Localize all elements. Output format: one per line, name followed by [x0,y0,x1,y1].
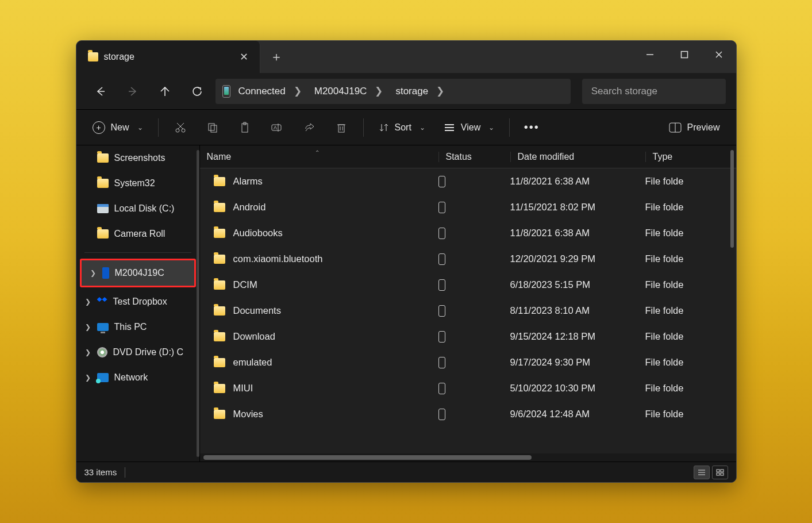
sidebar-item[interactable]: System32 [76,171,199,196]
file-row[interactable]: com.xiaomi.bluetooth 12/20/2021 9:29 PM … [200,246,736,272]
dropbox-icon [97,297,107,306]
file-type: File folde [645,176,736,187]
file-name: Documents [233,305,281,316]
device-status-icon [438,383,445,394]
toolbar: + New ⌄ A Sort ⌄ View ⌄ ••• Preview [76,110,736,145]
explorer-window: storage ✕ ＋ [76,40,737,483]
column-date[interactable]: Date modified [510,152,645,162]
sidebar-item-label: Test Dropbox [113,297,167,307]
file-date: 11/8/2021 6:38 AM [510,228,645,239]
file-row[interactable]: MIUI 5/10/2022 10:30 PM File folde [200,375,736,401]
separator [158,118,159,137]
rename-button[interactable]: A [263,116,291,139]
sidebar-item[interactable]: ❯M2004J19C [82,260,194,286]
svg-rect-12 [211,125,217,132]
file-row[interactable]: Alarms 11/8/2021 6:38 AM File folde [200,168,736,194]
separator [84,252,191,253]
breadcrumb-seg[interactable]: storage [395,86,428,97]
folder-icon [214,306,225,316]
chevron-right-icon[interactable]: ❯ [83,374,93,382]
file-row[interactable]: Documents 8/11/2023 8:10 AM File folde [200,298,736,324]
chevron-right-icon[interactable]: ❯ [83,348,93,356]
item-count: 33 items [84,467,117,477]
column-status[interactable]: Status [438,152,510,162]
svg-rect-33 [721,473,724,475]
device-status-icon [438,357,445,368]
view-button[interactable]: View ⌄ [437,116,501,139]
tab-close-icon[interactable]: ✕ [240,51,248,63]
sidebar-item[interactable]: Camera Roll [76,221,199,247]
forward-button[interactable] [119,80,147,103]
file-type: File folde [645,305,736,316]
chevron-right-icon[interactable]: ❯ [83,298,93,306]
up-button[interactable] [151,80,179,103]
chevron-right-icon[interactable]: ❯ [83,323,93,331]
view-toggles [694,466,728,479]
tab-storage[interactable]: storage ✕ [76,41,260,73]
more-button[interactable]: ••• [518,116,545,139]
sidebar-item[interactable]: Local Disk (C:) [76,196,199,221]
back-button[interactable] [87,80,114,103]
breadcrumb-seg[interactable]: Connected [238,86,286,97]
folder-icon [214,255,225,264]
chevron-right-icon: ❯ [375,85,383,97]
folder-icon [214,203,225,212]
sidebar-item[interactable]: ❯Test Dropbox [76,289,199,314]
sidebar-item-label: Screenshots [114,153,166,163]
sidebar-item[interactable]: ❯This PC [76,314,199,340]
file-row[interactable]: DCIM 6/18/2023 5:15 PM File folde [200,272,736,298]
file-name: Audiobooks [233,228,283,239]
breadcrumb[interactable]: Connected❯ M2004J19C❯ storage❯ [215,79,571,104]
maximize-button[interactable] [667,41,702,68]
new-tab-button[interactable]: ＋ [260,41,293,73]
sort-button[interactable]: Sort ⌄ [372,116,432,139]
sidebar-item[interactable]: ❯DVD Drive (D:) C [76,340,199,365]
chevron-right-icon: ❯ [294,85,302,97]
close-button[interactable] [702,41,736,68]
details-view-toggle[interactable] [694,466,710,479]
chevron-right-icon[interactable]: ❯ [88,269,98,277]
breadcrumb-seg[interactable]: M2004J19C [314,86,367,97]
file-date: 8/11/2023 8:10 AM [510,305,645,316]
navbar: Connected❯ M2004J19C❯ storage❯ Search st… [76,73,736,110]
horizontal-scrollbar[interactable] [200,453,736,462]
file-type: File folde [645,279,736,290]
vertical-scrollbar[interactable] [730,150,734,248]
preview-button[interactable]: Preview [662,116,727,139]
folder-icon [97,179,109,188]
file-date: 6/18/2023 5:15 PM [510,279,645,290]
window-controls [633,41,736,68]
file-row[interactable]: emulated 9/17/2024 9:30 PM File folde [200,349,736,375]
body: ScreenshotsSystem32Local Disk (C:)Camera… [76,145,736,462]
thumbnails-view-toggle[interactable] [712,466,728,479]
search-placeholder: Search storage [591,86,657,97]
new-button[interactable]: + New ⌄ [86,116,150,139]
device-status-icon [438,253,445,265]
device-icon [222,85,230,98]
minimize-button[interactable] [633,41,667,68]
sidebar-item[interactable]: ❯Network [76,365,199,390]
file-date: 9/15/2024 12:18 PM [510,331,645,342]
column-type[interactable]: Type [645,152,736,162]
file-row[interactable]: Download 9/15/2024 12:18 PM File folde [200,324,736,349]
share-button[interactable] [295,116,323,139]
sidebar-scrollbar[interactable] [197,150,199,457]
file-row[interactable]: Movies 9/6/2024 12:48 AM File folde [200,401,736,427]
file-name: com.xiaomi.bluetooth [233,253,323,264]
svg-rect-1 [681,52,687,58]
file-row[interactable]: Audiobooks 11/8/2021 6:38 AM File folde [200,220,736,246]
paste-button[interactable] [231,116,259,139]
delete-button[interactable] [328,116,355,139]
cut-button[interactable] [167,116,194,139]
device-status-icon [438,305,445,317]
folder-icon [214,229,225,238]
sidebar-item[interactable]: Screenshots [76,145,199,171]
svg-rect-18 [338,125,344,132]
file-row[interactable]: Android 11/15/2021 8:02 PM File folde [200,194,736,220]
refresh-button[interactable] [183,80,211,103]
file-type: File folde [645,228,736,239]
svg-rect-32 [717,473,719,475]
search-input[interactable]: Search storage [582,79,726,104]
copy-button[interactable] [199,116,226,139]
column-name[interactable]: Name ⌃ [200,152,438,162]
